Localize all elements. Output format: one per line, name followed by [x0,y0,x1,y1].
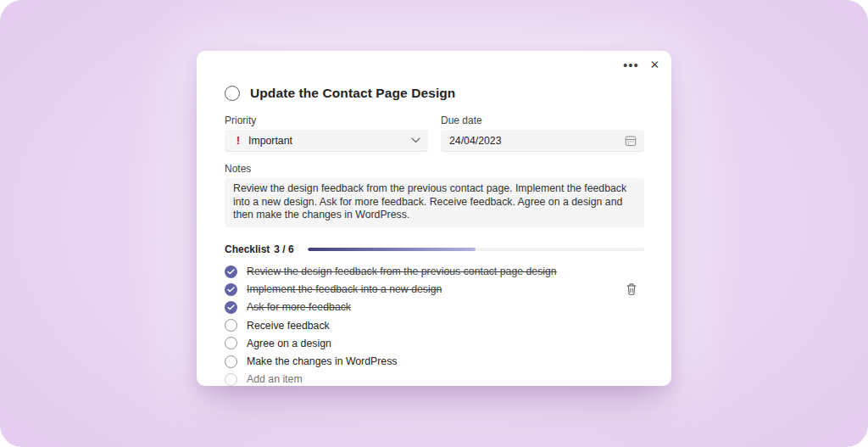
dialog-controls: ••• ✕ [623,59,659,72]
fields-row: Priority ! Important Due date 24/04/2023 [225,115,644,152]
notes-textarea[interactable]: Review the design feedback from the prev… [225,178,644,227]
checkbox-checked-icon[interactable] [225,283,237,296]
checklist-header: Checklist 3 / 6 [225,243,644,255]
checkbox-checked-icon[interactable] [225,265,237,278]
checkbox-unchecked-icon[interactable] [225,337,237,349]
task-complete-circle-icon[interactable] [225,86,240,101]
checklist-item[interactable]: Agree on a design [225,334,644,352]
chevron-down-icon [411,137,420,143]
checklist-item-label: Receive feedback [247,320,330,332]
task-title: Update the Contact Page Design [250,86,455,101]
checklist-progress-fill [308,248,476,251]
due-date-value: 24/04/2023 [449,135,625,147]
priority-field-group: Priority ! Important [225,115,428,152]
checklist-progress-bar [308,248,644,251]
more-options-icon[interactable]: ••• [623,59,639,72]
checklist-item[interactable]: Receive feedback [225,316,644,334]
checkbox-checked-icon[interactable] [225,301,237,314]
checklist-item[interactable]: Make the changes in WordPress [225,352,644,370]
add-item-circle-icon[interactable] [225,373,237,386]
delete-item-button[interactable] [624,282,639,297]
checklist-item-label: Review the design feedback from the prev… [247,265,557,277]
checkbox-unchecked-icon[interactable] [225,319,237,332]
checkbox-unchecked-icon[interactable] [225,355,237,368]
checklist-items: Review the design feedback from the prev… [225,263,644,388]
add-item-label: Add an item [247,373,303,385]
notes-label: Notes [225,163,644,175]
due-date-field-group: Due date 24/04/2023 [441,115,644,152]
checklist-item[interactable]: Review the design feedback from the prev… [225,263,644,281]
checklist-item-label: Make the changes in WordPress [247,355,397,367]
checklist-item[interactable]: Ask for more feedback [225,299,644,316]
due-date-label: Due date [441,115,644,126]
page-background: ••• ✕ Update the Contact Page Design Pri… [0,0,868,447]
checklist-item-label: Ask for more feedback [247,301,351,313]
priority-dropdown[interactable]: ! Important [225,130,428,152]
task-detail-dialog: ••• ✕ Update the Contact Page Design Pri… [197,51,671,386]
priority-label: Priority [225,115,428,126]
task-title-row: Update the Contact Page Design [225,85,644,102]
checklist-item[interactable]: Implement the feedback into a new design [225,281,644,299]
checklist-progress-count: 3 / 6 [274,243,293,255]
calendar-icon[interactable] [625,135,637,147]
close-icon[interactable]: ✕ [650,59,659,72]
due-date-input[interactable]: 24/04/2023 [441,130,644,152]
checklist-label: Checklist [225,243,270,255]
add-checklist-item[interactable]: Add an item [225,371,644,388]
priority-value: Important [248,135,411,147]
checklist-item-label: Implement the feedback into a new design [247,283,442,295]
important-exclamation-icon: ! [232,134,244,147]
checklist-item-label: Agree on a design [247,338,331,349]
trash-icon [626,282,637,296]
